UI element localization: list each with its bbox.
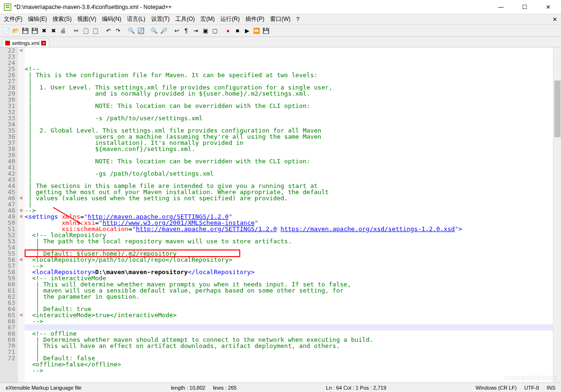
menu-file[interactable]: 文件(F) (2, 14, 24, 24)
close-icon[interactable]: ✖ (40, 27, 48, 35)
showchars-icon[interactable]: ¶ (182, 27, 190, 35)
tabbar: settings.xml ✕ (0, 37, 561, 47)
unfoldall-icon[interactable]: ▢ (210, 27, 219, 35)
menu-edit[interactable]: 编辑(E) (26, 14, 49, 24)
menubar: 文件(F) 编辑(E) 搜索(S) 视图(V) 编码(N) 语言(L) 设置(T… (0, 14, 561, 25)
close-button[interactable]: ✕ (541, 4, 555, 10)
paste-icon[interactable]: 📋 (91, 27, 100, 35)
minimize-button[interactable]: — (494, 4, 508, 10)
zoomout-icon[interactable]: 🔎 (159, 27, 168, 35)
titlebar: *D:\maven\apache-maven-3.8.4\conf\settin… (0, 0, 561, 14)
window-controls: — ☐ ✕ (494, 4, 555, 10)
status-insmode: INS (543, 385, 559, 391)
open-icon[interactable]: 📂 (11, 27, 20, 35)
tab-settings-xml[interactable]: settings.xml ✕ (2, 39, 49, 47)
window-title: *D:\maven\apache-maven-3.8.4\conf\settin… (14, 4, 494, 10)
menu-tools[interactable]: 工具(O) (173, 14, 197, 24)
wrap-icon[interactable]: ↩ (172, 27, 181, 35)
status-length: length : 10,802 (167, 385, 209, 391)
save-icon[interactable]: 💾 (21, 27, 29, 35)
copy-icon[interactable]: 📋 (81, 27, 90, 35)
statusbar: eXtensible Markup Language file length :… (0, 383, 561, 392)
status-position: Ln : 64 Col : 1 Pos : 2,719 (322, 385, 390, 391)
file-modified-icon (5, 41, 10, 45)
tab-close-icon[interactable]: ✕ (41, 41, 46, 45)
foldall-icon[interactable]: ▣ (201, 27, 209, 35)
tab-label: settings.xml (12, 40, 39, 46)
record-icon[interactable]: ● (224, 27, 232, 35)
play-icon[interactable]: ▶ (243, 27, 251, 35)
closeall-icon[interactable]: ✖ (49, 27, 58, 35)
replace-icon[interactable]: 🔄 (136, 27, 145, 35)
undo-icon[interactable]: ↶ (104, 27, 113, 35)
savemacro-icon[interactable]: 💾 (262, 27, 270, 35)
menu-search[interactable]: 搜索(S) (51, 14, 73, 24)
code-area[interactable]: <!-- | This is the configuration file fo… (25, 47, 553, 383)
watermark: CSDN @写给秋天的信 (505, 374, 557, 382)
saveall-icon[interactable]: 💾 (30, 27, 39, 35)
status-encoding: UTF-8 (521, 385, 543, 391)
menu-view[interactable]: 视图(V) (75, 14, 98, 24)
indent-icon[interactable]: ⇥ (191, 27, 200, 35)
cut-icon[interactable]: ✂ (72, 27, 81, 35)
menu-window[interactable]: 窗口(W) (268, 14, 292, 24)
status-eol: Windows (CR LF) (472, 385, 521, 391)
line-gutter: 2223242526272829303132333435363738394041… (0, 47, 18, 383)
find-icon[interactable]: 🔍 (127, 27, 136, 35)
menu-plugins[interactable]: 插件(P) (244, 14, 266, 24)
zoomin-icon[interactable]: 🔍 (150, 27, 158, 35)
scroll-thumb[interactable] (554, 80, 561, 137)
close-x-button[interactable]: ✕ (551, 15, 559, 24)
menu-settings[interactable]: 设置(T) (149, 14, 172, 24)
vertical-scrollbar[interactable] (553, 47, 561, 383)
menu-language[interactable]: 语言(L) (125, 14, 147, 24)
new-icon[interactable]: 📄 (2, 27, 10, 35)
menu-help[interactable]: ? (294, 15, 301, 24)
fold-gutter: ⊟⊟⊟⊡⊟⊟ (18, 47, 25, 383)
fastplay-icon[interactable]: ⏩ (252, 27, 261, 35)
toolbar: 📄 📂 💾 💾 ✖ ✖ 🖨 ✂ 📋 📋 ↶ ↷ 🔍 🔄 🔍 🔎 ↩ ¶ ⇥ ▣ … (0, 25, 561, 37)
editor[interactable]: 2223242526272829303132333435363738394041… (0, 47, 561, 383)
stop-icon[interactable]: ■ (233, 27, 242, 35)
svg-rect-2 (6, 5, 9, 6)
redo-icon[interactable]: ↷ (114, 27, 122, 35)
app-icon (4, 3, 11, 11)
svg-rect-3 (6, 7, 9, 8)
menu-macro[interactable]: 宏(M) (199, 14, 217, 24)
menu-encoding[interactable]: 编码(N) (100, 14, 123, 24)
status-lines: lines : 265 (209, 385, 240, 391)
status-filetype: eXtensible Markup Language file (2, 385, 85, 391)
menu-run[interactable]: 运行(R) (218, 14, 242, 24)
print-icon[interactable]: 🖨 (59, 27, 67, 35)
maximize-button[interactable]: ☐ (517, 4, 532, 10)
